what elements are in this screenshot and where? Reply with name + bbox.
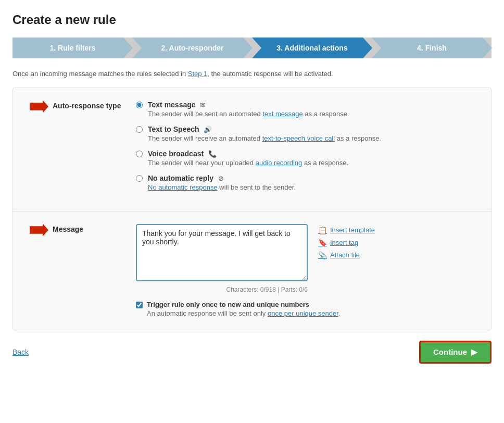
- step-3[interactable]: 3. Additional actions: [252, 38, 372, 58]
- step-4-label: 4. Finish: [417, 44, 447, 52]
- radio-text-to-speech[interactable]: [136, 126, 143, 133]
- continue-icon: ▶: [471, 347, 477, 357]
- text-to-speech-desc: The sender will receive an automated tex…: [148, 134, 381, 142]
- step-2[interactable]: 2. Auto-responder: [132, 38, 253, 58]
- message-label: Message: [53, 224, 136, 233]
- step1-link[interactable]: Step 1: [188, 70, 208, 78]
- message-actions: 📋 Insert template 🔖 Insert tag 📎 Attach …: [318, 224, 375, 259]
- attach-file-icon: 📎: [318, 251, 327, 259]
- page-title: Create a new rule: [12, 13, 492, 27]
- radio-no-reply[interactable]: [136, 175, 143, 182]
- message-textarea-wrapper: Thank you for your message. I will get b…: [136, 224, 308, 293]
- radio-voice-broadcast[interactable]: [136, 151, 143, 157]
- footer: Back Continue ▶: [12, 332, 492, 364]
- text-message-desc: The sender will be sent an automated tex…: [148, 110, 349, 118]
- step-1[interactable]: 1. Rule filters: [12, 38, 133, 58]
- trigger-checkbox-label: Trigger rule only once to new and unique…: [147, 301, 340, 308]
- continue-label: Continue: [433, 347, 467, 356]
- no-reply-label: No automatic reply: [148, 174, 213, 182]
- option-text-to-speech: Text to Speech 🔊 The sender will receive…: [136, 125, 474, 142]
- trigger-checkbox-row: Trigger rule only once to new and unique…: [136, 301, 474, 317]
- text-message-label: Text message: [148, 101, 196, 109]
- insert-tag-label: Insert tag: [330, 239, 358, 246]
- attach-file-label: Attach file: [330, 251, 360, 259]
- voice-broadcast-icon: 📞: [208, 150, 217, 158]
- auto-response-options: Text message ✉ The sender will be sent a…: [136, 101, 474, 198]
- text-message-icon: ✉: [200, 101, 206, 109]
- auto-response-label-wrapper: Auto-response type: [30, 101, 136, 113]
- back-link[interactable]: Back: [12, 348, 29, 356]
- message-textarea[interactable]: Thank you for your message. I will get b…: [136, 224, 308, 281]
- voice-broadcast-label: Voice broadcast: [148, 150, 204, 158]
- step-3-label: 3. Additional actions: [276, 44, 347, 52]
- radio-text-message[interactable]: [136, 102, 143, 108]
- option-text-message: Text message ✉ The sender will be sent a…: [136, 101, 474, 118]
- insert-template-label: Insert template: [330, 226, 375, 234]
- insert-tag-link[interactable]: 🔖 Insert tag: [318, 239, 375, 247]
- insert-tag-icon: 🔖: [318, 239, 327, 247]
- message-section: Message Thank you for your message. I wi…: [13, 212, 491, 330]
- trigger-checkbox-desc: An automatic response will be sent only …: [147, 309, 340, 317]
- arrow-indicator-1: [30, 101, 48, 113]
- arrow-indicator-2: [30, 224, 48, 237]
- insert-template-icon: 📋: [318, 226, 327, 234]
- no-reply-icon: ⊘: [218, 175, 224, 182]
- auto-response-label: Auto-response type: [53, 101, 136, 110]
- no-reply-desc: No automatic response will be sent to th…: [148, 183, 296, 191]
- text-message-link[interactable]: text message: [262, 110, 303, 118]
- tts-link[interactable]: text-to-speech voice call: [262, 134, 335, 142]
- option-voice-broadcast: Voice broadcast 📞 The sender will hear y…: [136, 150, 474, 167]
- info-text: Once an incoming message matches the rul…: [12, 69, 492, 79]
- audio-recording-link[interactable]: audio recording: [256, 159, 303, 167]
- voice-broadcast-desc: The sender will hear your uploaded audio…: [148, 159, 348, 167]
- insert-template-link[interactable]: 📋 Insert template: [318, 226, 375, 234]
- option-no-reply: No automatic reply ⊘ No automatic respon…: [136, 174, 474, 191]
- auto-response-section: Auto-response type Text message ✉ The se…: [13, 88, 491, 212]
- message-area-wrapper: Thank you for your message. I will get b…: [136, 224, 474, 293]
- no-response-link[interactable]: No automatic response: [148, 183, 218, 191]
- main-card: Auto-response type Text message ✉ The se…: [12, 88, 492, 330]
- trigger-checkbox[interactable]: [136, 302, 143, 308]
- step-4[interactable]: 4. Finish: [372, 38, 492, 58]
- message-content: Thank you for your message. I will get b…: [136, 224, 474, 317]
- message-label-wrapper: Message: [30, 224, 136, 237]
- stepper: 1. Rule filters 2. Auto-responder 3. Add…: [12, 38, 492, 58]
- attach-file-link[interactable]: 📎 Attach file: [318, 251, 375, 259]
- text-to-speech-icon: 🔊: [204, 126, 212, 133]
- step-1-label: 1. Rule filters: [50, 44, 96, 52]
- once-per-sender-link[interactable]: once per unique sender: [268, 309, 338, 317]
- step-2-label: 2. Auto-responder: [161, 44, 223, 52]
- text-to-speech-label: Text to Speech: [148, 125, 199, 133]
- char-info: Characters: 0/918 | Parts: 0/6: [136, 286, 308, 293]
- continue-button[interactable]: Continue ▶: [419, 341, 492, 364]
